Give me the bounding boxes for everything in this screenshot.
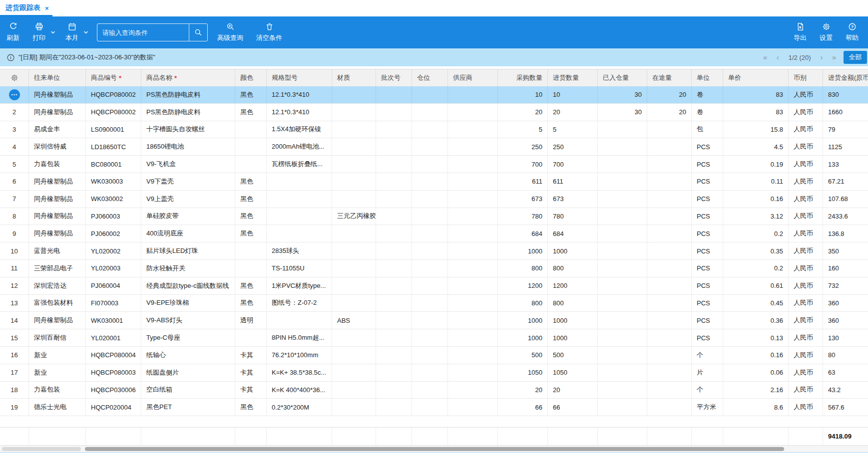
cell-material (332, 329, 376, 346)
print-dropdown-chevron-icon[interactable] (48, 16, 58, 48)
cell-purchase_qty: 780 (498, 208, 548, 225)
column-header-supplier[interactable]: 供应商 (448, 69, 498, 86)
frozen-pane-scrollbar-thumb[interactable] (2, 447, 81, 451)
column-header-amount[interactable]: 进货金额(原币) (823, 69, 868, 86)
search-input[interactable] (97, 24, 189, 41)
required-asterisk: * (174, 74, 177, 82)
column-header-name[interactable]: 商品名称* (141, 69, 235, 86)
cell-code: HQBCP030006 (86, 382, 141, 399)
tab-close-icon[interactable]: × (45, 5, 49, 11)
row-number-cell: 7 (0, 191, 29, 208)
cell-material: 三元乙丙橡胶 (332, 208, 376, 225)
column-header-batch[interactable]: 批次号 (376, 69, 412, 86)
prev-page-button[interactable]: ‹ (777, 53, 779, 61)
column-header-color[interactable]: 颜色 (235, 69, 267, 86)
cell-material (332, 121, 376, 138)
table-row[interactable]: 18力嘉包装HQBCP030006空白纸箱卡其K=K 400*400*36...… (0, 382, 868, 399)
column-header-code[interactable]: 商品编号* (86, 69, 141, 86)
help-button[interactable]: ? 帮助 (839, 16, 865, 48)
summary-cell-incoming_qty (548, 428, 598, 445)
cell-name: 经典成型款type-c圆线数据线 (141, 277, 235, 294)
table-row[interactable]: 5力嘉包装BC080001V9-飞机盒瓦楞纸板折叠纸...700700PCS0.… (0, 156, 868, 173)
cell-material (332, 173, 376, 190)
grid-header: 往来单位商品编号*商品名称*颜色规格型号材质批次号仓位供应商采购数量进货数量已入… (0, 69, 868, 87)
column-header-purchase_qty[interactable]: 采购数量 (498, 69, 548, 86)
table-row[interactable]: 10蓝普光电YL020002贴片球头LED灯珠2835球头10001000PCS… (0, 242, 868, 260)
column-header-company[interactable]: 往来单位 (29, 69, 86, 86)
pagination: « ‹ 1/2 (20) › » (763, 48, 836, 66)
table-row[interactable]: 17新业HQBCP080003纸圆盘侧片卡其K=K+ 38.5*38.5c...… (0, 364, 868, 382)
table-row[interactable]: 13富强包装材料FI070003V9-EPE珍珠棉黑色图纸号：Z-07-2800… (0, 295, 868, 312)
summary-cell-batch (376, 428, 412, 445)
cell-unit: 平方米 (692, 399, 723, 416)
column-header-stored_qty[interactable]: 已入仓量 (598, 69, 647, 86)
date-range-dropdown-chevron-icon[interactable] (81, 16, 91, 48)
cell-amount: 43.2 (823, 382, 868, 399)
last-page-button[interactable]: » (832, 53, 836, 61)
column-settings-gear-icon[interactable] (0, 69, 29, 86)
column-header-bin[interactable]: 仓位 (412, 69, 448, 86)
row-number-cell: 3 (0, 121, 29, 138)
table-row[interactable]: 6同舟橡塑制品WK030003V9下盖壳黑色611611PCS0.11人民币67… (0, 173, 868, 191)
export-button[interactable]: 导出 (787, 16, 813, 48)
show-all-button[interactable]: 全部 (844, 51, 867, 64)
cell-unit: PCS (692, 260, 723, 277)
summary-cell-price (723, 428, 789, 445)
cell-price: 0.06 (723, 364, 789, 381)
search-button[interactable] (189, 24, 207, 41)
row-number-cell: 2 (0, 104, 29, 121)
refresh-button[interactable]: 刷新 (0, 16, 26, 48)
row-number-cell: 15 (0, 329, 29, 346)
column-header-price[interactable]: 单价 (723, 69, 789, 86)
table-row[interactable]: 19德乐士光电HQCP020004黑色PET黑色0.2*30*200M6666平… (0, 399, 868, 416)
table-row[interactable]: 9同舟橡塑制品PJ060002400流明底座黑色684684PCS0.2人民币1… (0, 225, 868, 242)
horizontal-scrollbar-track[interactable] (0, 445, 868, 453)
cell-company: 力嘉包装 (29, 156, 86, 173)
cell-bin (412, 364, 448, 381)
cell-material (332, 242, 376, 259)
table-row[interactable]: 11三荣部品电子YL020003防水轻触开关TS-11055U800800PCS… (0, 260, 868, 277)
table-row[interactable]: ⋯同舟橡塑制品HQBCP080002PS黑色防静电皮料黑色12.1*0.3*41… (0, 86, 868, 104)
horizontal-scrollbar-thumb[interactable] (85, 447, 784, 451)
column-header-currency[interactable]: 币别 (789, 69, 823, 86)
row-number-cell: 14 (0, 312, 29, 329)
cell-incoming_qty: 500 (548, 347, 598, 364)
cell-code: LD18650TC (86, 138, 141, 155)
column-header-material[interactable]: 材质 (332, 69, 376, 86)
row-actions-ellipsis-button[interactable]: ⋯ (9, 89, 20, 100)
table-row[interactable]: 4深圳倍特威LD18650TC18650锂电池2000mAh锂电池...2502… (0, 138, 868, 156)
table-row[interactable]: 2同舟橡塑制品HQBCP080002PS黑色防静电皮料黑色12.1*0.3*41… (0, 104, 868, 121)
column-header-unit[interactable]: 单位 (692, 69, 723, 86)
first-page-button[interactable]: « (763, 53, 767, 61)
table-row[interactable]: 12深圳宏浩达PJ060004经典成型款type-c圆线数据线黑色1米PVC材质… (0, 277, 868, 295)
column-header-spec[interactable]: 规格型号 (267, 69, 332, 86)
table-row[interactable]: 15深圳百耐信YL020001Type-C母座8PIN H5.0mm超...10… (0, 329, 868, 347)
cell-color: 黑色 (235, 191, 267, 208)
cell-price: 0.35 (723, 242, 789, 259)
table-row[interactable]: 8同舟橡塑制品PJ060003单硅胶皮带黑色三元乙丙橡胶780780PCS3.1… (0, 208, 868, 226)
column-header-incoming_qty[interactable]: 进货数量 (548, 69, 598, 86)
table-row[interactable]: 7同舟橡塑制品WK030002V9上盖壳黑色673673PCS0.16人民币10… (0, 191, 868, 208)
cell-unit: 包 (692, 121, 723, 138)
cell-supplier (448, 173, 498, 190)
cell-purchase_qty: 250 (498, 138, 548, 155)
settings-button[interactable]: 设置 (813, 16, 839, 48)
cell-spec: 2835球头 (267, 242, 332, 259)
table-row[interactable]: 14同舟橡塑制品WK030001V9-ABS灯头透明ABS10001000PCS… (0, 312, 868, 329)
cell-currency: 人民币 (789, 260, 823, 277)
tab-purchase-tracking[interactable]: 进货跟踪表 × (5, 0, 49, 16)
cell-amount: 360 (823, 312, 868, 329)
cell-bin (412, 295, 448, 312)
cell-incoming_qty: 5 (548, 121, 598, 138)
cell-color: 黑色 (235, 295, 267, 312)
table-row[interactable]: 16新业HQBCP080004纸轴心卡其76.2*10*100mm500500个… (0, 347, 868, 364)
column-header-transit_qty[interactable]: 在途量 (647, 69, 692, 86)
clear-conditions-button[interactable]: 清空条件 (250, 16, 289, 48)
cell-spec: 12.1*0.3*410 (267, 104, 332, 121)
cell-spec: 瓦楞纸板折叠纸... (267, 156, 332, 173)
cell-bin (412, 208, 448, 225)
table-row[interactable]: 3易成金丰LS0900001十字槽圆头自攻螺丝1.5X4加硬环保镍55包15.8… (0, 121, 868, 139)
advanced-query-button[interactable]: 高级查询 (211, 16, 250, 48)
cell-code: BC080001 (86, 156, 141, 173)
next-page-button[interactable]: › (821, 53, 823, 61)
